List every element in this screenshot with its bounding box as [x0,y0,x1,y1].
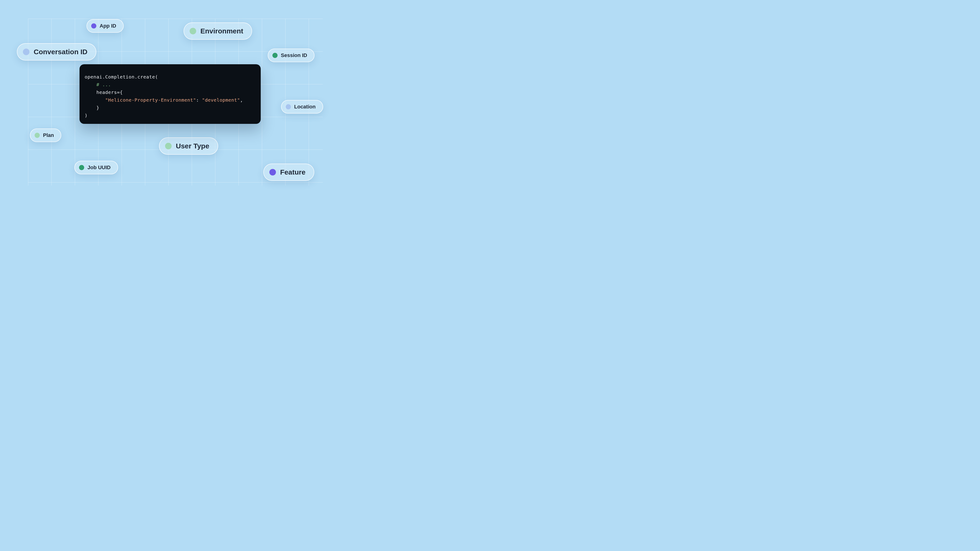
dot-icon [79,165,84,170]
pill-location: Location [281,100,323,114]
pill-label: Conversation ID [34,48,88,56]
pill-label: App ID [100,23,116,29]
dot-icon [23,49,29,55]
dot-icon [272,53,278,58]
code-line: openai.Completion.create( [85,73,256,81]
dot-icon [91,23,96,29]
code-line: headers={ [85,89,256,96]
pill-session-id: Session ID [268,49,315,62]
dot-icon [189,28,196,34]
pill-feature: Feature [263,164,314,181]
dot-icon [165,143,172,149]
pill-label: User Type [176,142,209,150]
pill-conversation-id: Conversation ID [17,43,96,60]
dot-icon [35,133,40,138]
code-line: } [85,104,256,112]
code-line: # ... [85,81,256,89]
pill-user-type: User Type [159,137,218,155]
dot-icon [269,169,276,175]
pill-plan: Plan [30,129,61,142]
pill-label: Job UUID [88,165,111,171]
pill-label: Environment [200,27,243,35]
pill-app-id: App ID [86,19,124,33]
code-line: "Helicone-Property-Environment": "develo… [85,96,256,104]
code-line: ) [85,112,256,119]
pill-label: Session ID [281,52,307,59]
code-snippet: openai.Completion.create( # ... headers=… [80,64,261,124]
dot-icon [286,104,291,110]
pill-label: Plan [43,132,54,138]
pill-label: Location [294,104,316,110]
pill-environment: Environment [184,22,252,40]
pill-label: Feature [280,168,305,176]
pill-job-uuid: Job UUID [74,161,118,174]
